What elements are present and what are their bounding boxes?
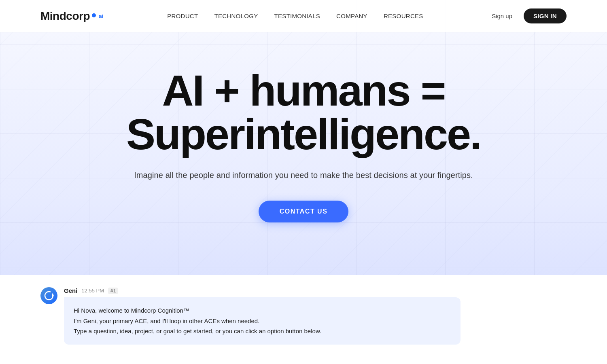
signup-button[interactable]: Sign up <box>487 9 517 23</box>
chat-line-3: Type a question, idea, project, or goal … <box>74 326 451 336</box>
nav-links: PRODUCT TECHNOLOGY TESTIMONIALS COMPANY … <box>167 13 423 20</box>
avatar <box>40 287 57 304</box>
svg-point-0 <box>45 292 53 300</box>
chat-bubble: Hi Nova, welcome to Mindcorp Cognition™ … <box>64 297 461 345</box>
hero-section: AI + humans = Superintelligence. Imagine… <box>0 0 607 275</box>
nav-item-product[interactable]: PRODUCT <box>167 13 198 20</box>
chat-meta: Geni 12:55 PM #1 <box>64 287 567 294</box>
hero-title: AI + humans = Superintelligence. <box>126 69 481 156</box>
hero-subtitle: Imagine all the people and information y… <box>126 169 481 181</box>
logo-dot-icon <box>92 13 96 17</box>
logo-text: Mindcorp <box>40 10 90 23</box>
chat-sender-name: Geni <box>64 287 77 294</box>
nav-item-resources[interactable]: RESOURCES <box>384 13 423 20</box>
navbar: Mindcorp ai PRODUCT TECHNOLOGY TESTIMONI… <box>0 0 607 32</box>
nav-item-technology[interactable]: TECHNOLOGY <box>214 13 258 20</box>
contact-us-button[interactable]: CONTACT US <box>259 201 349 222</box>
chat-section: Geni 12:55 PM #1 Hi Nova, welcome to Min… <box>0 275 607 364</box>
chat-timestamp: 12:55 PM <box>81 288 104 294</box>
logo-ai-text: ai <box>99 13 104 19</box>
chat-body: Geni 12:55 PM #1 Hi Nova, welcome to Min… <box>64 287 567 345</box>
chat-line-2: I'm Geni, your primary ACE, and I'll loo… <box>74 316 451 326</box>
logo[interactable]: Mindcorp ai <box>40 10 104 23</box>
chat-message: Geni 12:55 PM #1 Hi Nova, welcome to Min… <box>40 287 567 345</box>
chat-tag: #1 <box>108 288 118 294</box>
hero-content: AI + humans = Superintelligence. Imagine… <box>126 69 481 222</box>
nav-item-company[interactable]: COMPANY <box>336 13 367 20</box>
signin-button[interactable]: SIGN IN <box>524 8 567 23</box>
chat-line-1: Hi Nova, welcome to Mindcorp Cognition™ <box>74 305 451 316</box>
nav-item-testimonials[interactable]: TESTIMONIALS <box>274 13 320 20</box>
geni-avatar-icon <box>40 287 57 304</box>
nav-actions: Sign up SIGN IN <box>487 8 567 23</box>
